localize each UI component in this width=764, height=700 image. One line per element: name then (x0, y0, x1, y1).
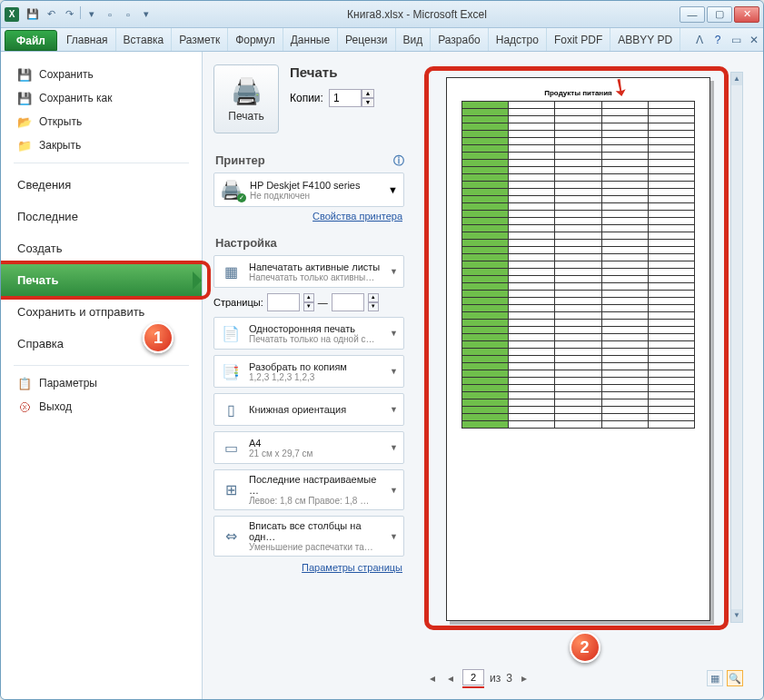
ribbon-tabs: Файл Главная Вставка Разметк Формул Данн… (1, 28, 763, 52)
tab-abbyy[interactable]: ABBYY PD (610, 28, 680, 51)
copies-up-icon[interactable]: ▲ (362, 89, 374, 98)
portrait-icon: ▯ (220, 399, 242, 420)
open-folder-icon: 📂 (17, 114, 32, 129)
backstage-nav: 💾Сохранить 💾Сохранить как 📂Открыть 📁Закр… (1, 52, 203, 699)
chevron-down-icon: ▼ (390, 443, 398, 452)
options-icon: 📋 (17, 376, 32, 390)
one-side-icon: 📄 (220, 322, 242, 344)
printer-properties-link[interactable]: Свойства принтера (213, 211, 402, 222)
nav-share[interactable]: Сохранить и отправить (1, 296, 202, 328)
nav-recent[interactable]: Последние (1, 201, 202, 232)
app-window: X 💾 ↶ ↷ ▾ ▫ ▫ ▾ Книга8.xlsx - Microsoft … (0, 0, 764, 700)
page-from-input[interactable] (267, 293, 300, 311)
page-icon: ▭ (220, 437, 242, 458)
printer-icon: 🖨️ (220, 179, 243, 201)
opt-collate[interactable]: 📑 Разобрать по копиям1,2,3 1,2,3 1,2,3 ▼ (213, 355, 404, 388)
preview-table (461, 101, 695, 429)
quick-access-toolbar: 💾 ↶ ↷ ▾ ▫ ▫ ▾ (25, 6, 154, 23)
redo-icon[interactable]: ↷ (61, 6, 77, 23)
preview-scrollbar[interactable]: ▲ ▼ (730, 72, 743, 623)
exit-icon: ⮾ (17, 399, 32, 414)
show-margins-button[interactable]: ▦ (707, 670, 723, 686)
tab-insert[interactable]: Вставка (116, 28, 173, 51)
nav-close[interactable]: 📁Закрыть (1, 133, 202, 157)
nav-new[interactable]: Создать (1, 232, 202, 264)
scroll-down-icon[interactable]: ▼ (731, 609, 742, 622)
chevron-down-icon: ▼ (390, 486, 398, 495)
close-button[interactable]: ✕ (734, 6, 759, 23)
opt-print-what[interactable]: ▦ Напечатать активные листыНапечатать то… (213, 255, 404, 288)
copies-input[interactable] (329, 89, 362, 107)
info-icon[interactable]: ⓘ (393, 153, 404, 169)
chevron-down-icon: ▼ (390, 267, 398, 276)
qat-more-icon[interactable]: ▾ (84, 6, 100, 23)
undo-icon[interactable]: ↶ (43, 6, 59, 23)
settings-section-title: Настройка (215, 236, 404, 250)
sheets-icon: ▦ (220, 261, 242, 282)
pages-range: Страницы: ▲▼ — ▲▼ (213, 293, 404, 311)
qat-extra-1-icon[interactable]: ▫ (102, 6, 118, 23)
save-icon[interactable]: 💾 (25, 6, 41, 23)
tab-file[interactable]: Файл (5, 30, 57, 51)
tab-home[interactable]: Главная (59, 28, 116, 51)
page-setup-link[interactable]: Параметры страницы (213, 562, 402, 573)
close-folder-icon: 📁 (17, 138, 32, 153)
excel-icon: X (5, 7, 19, 22)
print-settings-panel: 🖨️ Печать Печать Копии: ▲▼ Принтерⓘ 🖨️ (203, 52, 412, 699)
window-title: Книга8.xlsx - Microsoft Excel (154, 8, 680, 21)
tab-addins[interactable]: Надстро (489, 28, 547, 51)
maximize-button[interactable]: ▢ (707, 6, 732, 23)
nav-open[interactable]: 📂Открыть (1, 110, 202, 133)
chevron-down-icon: ▼ (388, 184, 398, 195)
chevron-down-icon: ▼ (390, 405, 398, 414)
printer-section-title: Принтерⓘ (215, 153, 404, 167)
opt-sides[interactable]: 📄 Односторонняя печатьПечатать только на… (213, 317, 404, 350)
ribbon-minimize-icon[interactable]: ᐱ (690, 28, 709, 51)
page-current-input[interactable] (462, 669, 484, 685)
opt-margins[interactable]: ⊞ Последние настраиваемые …Левое: 1,8 см… (213, 469, 404, 510)
preview-page: Продукты питания (446, 77, 710, 621)
nav-print[interactable]: Печать (1, 264, 202, 296)
save-as-icon: 💾 (17, 91, 32, 105)
page-next-icon[interactable]: ▸ (518, 672, 531, 685)
printer-large-icon: 🖨️ (231, 76, 263, 106)
minimize-button[interactable]: — (680, 6, 705, 23)
nav-options[interactable]: 📋Параметры (1, 371, 202, 395)
qat-dropdown-icon[interactable]: ▾ (138, 6, 154, 23)
tab-review[interactable]: Рецензи (338, 28, 395, 51)
preview-pager: ◂ ◂ из 3 ▸ ▦ 🔍 (421, 665, 749, 692)
chevron-down-icon: ▼ (390, 329, 398, 338)
tab-developer[interactable]: Разрабо (431, 28, 489, 51)
tab-view[interactable]: Вид (396, 28, 432, 51)
qat-extra-2-icon[interactable]: ▫ (120, 6, 136, 23)
page-to-input[interactable] (332, 293, 364, 311)
titlebar: X 💾 ↶ ↷ ▾ ▫ ▫ ▾ Книга8.xlsx - Microsoft … (1, 1, 763, 28)
nav-save[interactable]: 💾Сохранить (1, 63, 202, 86)
tab-layout[interactable]: Разметк (172, 28, 228, 51)
ribbon-close-icon[interactable]: ✕ (745, 28, 763, 51)
fit-columns-icon: ⇔ (220, 526, 242, 547)
page-prev-icon[interactable]: ◂ (444, 672, 457, 685)
nav-save-as[interactable]: 💾Сохранить как (1, 86, 202, 110)
tab-formulas[interactable]: Формул (228, 28, 283, 51)
help-icon[interactable]: ? (709, 28, 727, 51)
tab-data[interactable]: Данные (283, 28, 338, 51)
nav-info[interactable]: Сведения (1, 169, 202, 201)
scroll-up-icon[interactable]: ▲ (731, 73, 742, 85)
page-first-icon[interactable]: ◂ (426, 672, 439, 685)
opt-scaling[interactable]: ⇔ Вписать все столбцы на одн…Уменьшение … (213, 516, 404, 557)
copies-label: Копии: (290, 92, 323, 104)
opt-paper-size[interactable]: ▭ A421 см x 29,7 см ▼ (213, 431, 404, 464)
copies-down-icon[interactable]: ▼ (362, 98, 374, 107)
opt-orientation[interactable]: ▯ Книжная ориентация ▼ (213, 393, 404, 426)
chevron-down-icon: ▼ (390, 532, 398, 541)
callout-2: 2 (570, 632, 600, 663)
print-heading: Печать (290, 64, 404, 80)
print-button[interactable]: 🖨️ Печать (213, 64, 279, 133)
printer-select[interactable]: 🖨️ HP Deskjet F4100 series Не подключен … (213, 173, 404, 207)
collate-icon: 📑 (220, 360, 242, 382)
tab-foxit[interactable]: Foxit PDF (547, 28, 610, 51)
ribbon-restore-icon[interactable]: ▭ (727, 28, 745, 51)
zoom-page-button[interactable]: 🔍 (727, 670, 743, 686)
nav-exit[interactable]: ⮾Выход (1, 395, 202, 419)
